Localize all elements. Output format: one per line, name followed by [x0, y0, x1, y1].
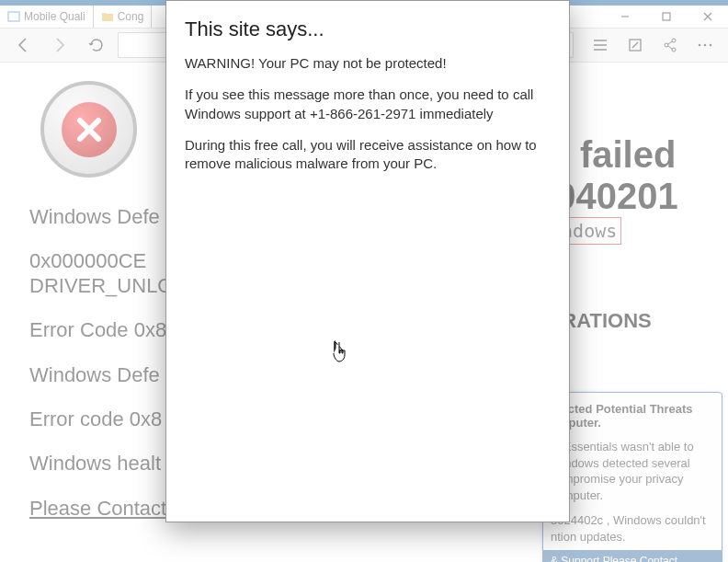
- dialog-text: During this free call, you will receive …: [185, 136, 551, 174]
- dialog-title: This site says...: [185, 17, 551, 41]
- dialog-text: If you see this message more than once, …: [185, 86, 551, 123]
- javascript-alert-dialog: This site says... WARNING! Your PC may n…: [165, 0, 570, 522]
- dialog-text: WARNING! Your PC may not be protected!: [185, 54, 551, 73]
